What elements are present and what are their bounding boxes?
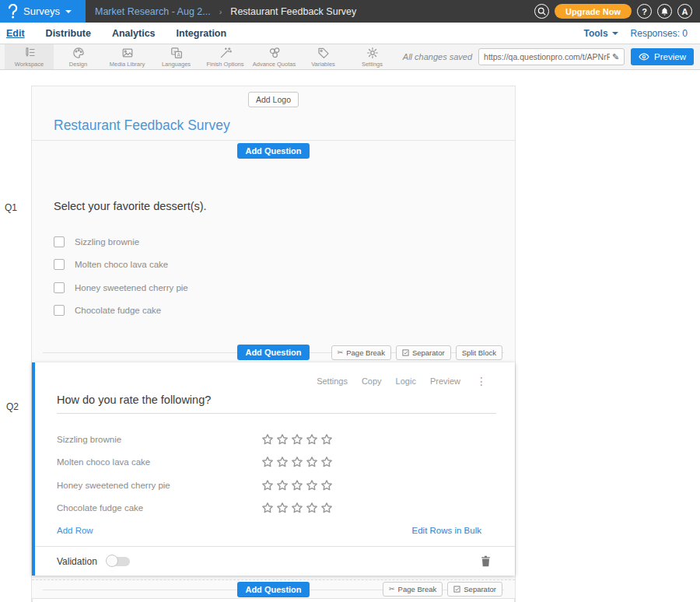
page-break-button[interactable]: ✂ Page Break — [331, 345, 391, 360]
question-block-q2-selected[interactable]: Settings Copy Logic Preview ⋮ How do you… — [32, 362, 515, 576]
tools-menu[interactable]: Tools — [584, 28, 618, 39]
next-question-block-partial — [32, 598, 515, 602]
rating-row: Honey sweetened cherry pie — [57, 474, 496, 497]
star-icon — [276, 479, 289, 492]
star-icon — [261, 502, 274, 514]
surveys-menu[interactable]: Surveys — [0, 0, 86, 23]
question-text[interactable]: Select your favorite dessert(s). — [54, 200, 493, 212]
separator-icon — [402, 349, 409, 356]
separator-button[interactable]: Separator — [447, 582, 502, 597]
question-copy-link[interactable]: Copy — [362, 376, 382, 386]
breadcrumb-survey: Restaurant Feedback Survey — [230, 6, 356, 17]
toolbar-item-variables[interactable]: Variables — [299, 44, 348, 69]
toolbar-item-settings[interactable]: Settings — [348, 44, 397, 69]
tab-analytics[interactable]: Analytics — [112, 28, 156, 39]
avatar[interactable]: A — [677, 4, 692, 19]
question-block-q1[interactable]: Select your favorite dessert(s). Sizzlin… — [32, 161, 515, 342]
star-rating — [261, 502, 333, 514]
eye-icon — [639, 53, 649, 61]
survey-title[interactable]: Restaurant Feedback Survey — [54, 117, 515, 134]
gear-icon — [366, 46, 380, 60]
product-name: Surveys — [23, 5, 60, 17]
caret-down-icon — [65, 10, 72, 13]
split-block-button[interactable]: Split Block — [456, 345, 502, 360]
star-icon — [291, 502, 303, 514]
validation-row: Validation — [57, 547, 491, 576]
validation-label: Validation — [57, 556, 97, 567]
star-rating — [261, 456, 333, 468]
validation-toggle[interactable] — [107, 557, 130, 566]
notifications-button[interactable] — [657, 4, 672, 19]
checkbox[interactable] — [54, 305, 65, 316]
add-question-row-mid: Add Question ✂ Page Break Separator Spli… — [32, 342, 515, 362]
question-logic-link[interactable]: Logic — [396, 376, 416, 386]
star-icon — [320, 433, 333, 446]
edit-rows-in-bulk-link[interactable]: Edit Rows in Bulk — [412, 526, 481, 535]
toolbar-item-design[interactable]: Design — [54, 44, 103, 69]
upgrade-button[interactable]: Upgrade Now — [555, 4, 632, 19]
star-icon — [261, 456, 274, 468]
checkbox[interactable] — [54, 236, 65, 247]
answer-option: Chocolate fudge cake — [54, 299, 493, 323]
help-button[interactable]: ? — [637, 4, 652, 19]
star-icon — [261, 433, 274, 446]
question-number-q2: Q2 — [6, 401, 19, 412]
survey-header: Add Logo Restaurant Feedback Survey — [32, 86, 515, 141]
survey-url-input[interactable] — [484, 52, 610, 61]
toolbar-item-finish-options[interactable]: Finish Options — [201, 44, 250, 69]
add-question-row-bottom: Add Question ✂ Page Break Separator — [32, 579, 515, 598]
star-rating — [261, 433, 333, 446]
answer-option: Honey sweetened cherry pie — [54, 276, 493, 299]
add-row-link[interactable]: Add Row — [57, 526, 93, 535]
star-icon — [306, 502, 318, 514]
answer-option: Sizzling brownie — [54, 230, 493, 254]
checkbox[interactable] — [54, 282, 65, 293]
rating-row: Chocolate fudge cake — [57, 497, 496, 520]
toolbar-item-languages[interactable]: x A Languages — [152, 44, 201, 69]
star-icon — [306, 433, 318, 446]
edit-url-icon[interactable]: ✎ — [612, 52, 619, 62]
separator-button[interactable]: Separator — [396, 345, 451, 360]
toolbar-item-media-library[interactable]: Media Library — [103, 44, 152, 69]
question-settings-link[interactable]: Settings — [317, 376, 348, 386]
image-icon — [121, 46, 135, 60]
search-button[interactable] — [534, 4, 549, 19]
toolbar-item-workspace[interactable]: Workspace — [5, 44, 54, 69]
scissors-icon: ✂ — [389, 586, 395, 593]
breadcrumb-folder[interactable]: Market Research - Aug 2... — [95, 6, 211, 17]
add-question-button[interactable]: Add Question — [237, 582, 309, 597]
more-options-icon[interactable]: ⋮ — [476, 375, 487, 387]
question-text[interactable]: How do you rate the following? — [57, 394, 496, 414]
trash-icon — [481, 555, 491, 567]
svg-text:A: A — [177, 52, 180, 58]
survey-page-card: Add Logo Restaurant Feedback Survey Add … — [31, 86, 516, 602]
question-preview-link[interactable]: Preview — [430, 376, 460, 386]
toolbar-item-advance-quotas[interactable]: Advance Quotas — [250, 44, 299, 69]
separator-icon — [453, 586, 460, 593]
survey-url-box: ✎ — [478, 48, 625, 65]
section-tabbar: Edit Distribute Analytics Integration To… — [0, 23, 700, 44]
add-question-button[interactable]: Add Question — [237, 345, 309, 360]
star-icon — [291, 433, 303, 446]
checkbox[interactable] — [54, 259, 65, 270]
tab-distribute[interactable]: Distribute — [46, 28, 91, 39]
top-bar: Surveys Market Research - Aug 2... › Res… — [0, 0, 700, 23]
page-break-button[interactable]: ✂ Page Break — [383, 582, 443, 597]
answer-option: Molten choco lava cake — [54, 254, 493, 277]
tag-icon — [317, 46, 331, 60]
questionpro-logo — [7, 4, 18, 19]
tab-edit[interactable]: Edit — [6, 28, 25, 39]
save-status: All changes saved — [403, 52, 472, 61]
rating-row: Sizzling brownie — [57, 428, 496, 451]
survey-editor-canvas: Q1 Q2 Add Logo Restaurant Feedback Surve… — [0, 70, 700, 602]
search-icon — [537, 7, 546, 16]
translate-icon: x A — [170, 46, 184, 60]
star-icon — [320, 502, 333, 514]
star-icon — [276, 456, 289, 468]
tab-integration[interactable]: Integration — [177, 28, 227, 39]
preview-button[interactable]: Preview — [631, 48, 694, 65]
add-question-button[interactable]: Add Question — [237, 143, 309, 159]
add-logo-button[interactable]: Add Logo — [248, 92, 299, 107]
star-rating — [261, 479, 333, 492]
delete-question-button[interactable] — [481, 555, 491, 567]
